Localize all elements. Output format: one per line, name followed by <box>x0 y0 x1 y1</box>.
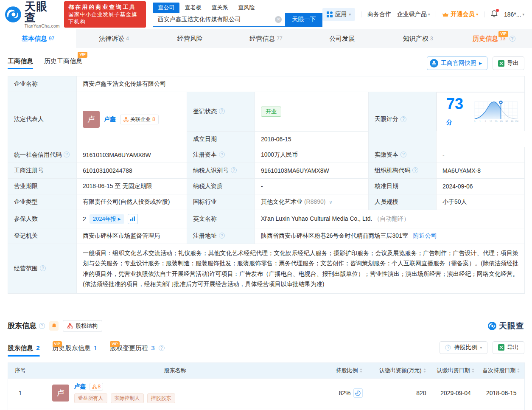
tab-history-info[interactable]: VIP 历史信息 13 ? <box>456 29 532 48</box>
help-icon[interactable]: ? <box>510 36 515 42</box>
tab-count: 77 <box>277 36 282 42</box>
col-subscribe-date[interactable]: 认缴出资日期 <box>433 362 479 378</box>
pie-chart-button[interactable] <box>353 388 363 398</box>
col-index: 序号 <box>8 362 33 378</box>
tyc-score-cell[interactable]: 73分 <box>437 92 525 131</box>
help-icon[interactable]: ? <box>219 108 225 114</box>
shareholders-export-button[interactable]: 导出 <box>493 341 524 354</box>
help-icon[interactable]: ? <box>40 265 46 271</box>
industry-value[interactable]: 其他文化艺术业 (R8890) ∨ <box>255 194 369 210</box>
svg-text:85: 85 <box>500 120 503 123</box>
company-type-label: 企业类型 <box>8 194 77 210</box>
clear-icon[interactable]: ✕ <box>275 16 282 23</box>
help-icon[interactable]: ? <box>400 152 406 157</box>
shareholder-avatar[interactable]: 卢 <box>52 385 69 402</box>
help-icon[interactable]: ? <box>39 323 45 329</box>
help-icon[interactable]: ? <box>219 152 225 157</box>
help-icon[interactable]: ? <box>64 152 70 157</box>
tab-basic-info[interactable]: 基本信息 97 <box>0 29 76 48</box>
equity-structure-button[interactable]: 股权结构 <box>63 320 102 332</box>
divider <box>361 11 361 17</box>
shareholders-subtab-current[interactable]: 股东信息 2 <box>8 344 40 357</box>
notifications-bell[interactable] <box>490 10 498 19</box>
tab-count: 97 <box>49 36 54 42</box>
search-tab-boss[interactable]: 查老板 <box>179 3 206 13</box>
shareholders-subtab-equity-changes[interactable]: VIP 股权变更历程 3 ? <box>110 344 165 357</box>
subtab-history-business-info[interactable]: VIP 历史工商信息 <box>44 57 82 69</box>
top-nav: 应用 ▾ 商务合作 企业级产品 ▾ 开通会员 ▾ 186*.. <box>322 8 524 21</box>
taxpayer-qual-value: - <box>255 178 369 194</box>
tianyancha-logo[interactable]: 天眼查 TianYanCha.com <box>4 1 60 28</box>
business-scope-label: 经营范围? <box>8 244 77 293</box>
nav-user-account[interactable]: 186*... ▾ <box>504 11 524 18</box>
sort-icon[interactable] <box>360 368 363 373</box>
tab-count: 4 <box>126 36 129 42</box>
annual-report-badge[interactable]: 2024年报 ▶ <box>90 214 124 224</box>
vip-badge: VIP <box>110 341 120 347</box>
related-label: 关联企业 <box>130 116 151 123</box>
subscribe-date-cell: 2029-09-04 <box>433 408 479 410</box>
industry-name: 其他文化艺术业 <box>261 198 302 205</box>
business-info-table: 企业名称 西安卢鑫玉浩文化传媒有限公司 法定代表人 卢 卢鑫 关联企业 8 <box>8 76 525 294</box>
shareholders-section: 股东信息 ? 股权结构 天眼查 <box>8 320 524 410</box>
shareholder-name-link[interactable]: 卢鑫 <box>74 383 86 390</box>
reg-number-value: 610103100244788 <box>77 163 187 178</box>
tab-operation-risk[interactable]: 经营风险 <box>152 29 228 48</box>
excel-icon <box>498 344 504 351</box>
col-first-hold-date[interactable]: 首次持股日期 <box>479 362 525 378</box>
nearby-companies-link[interactable]: 附近公司 <box>413 232 437 239</box>
search-input[interactable] <box>153 13 285 27</box>
search-tab-risk[interactable]: 查风险 <box>233 3 260 13</box>
search-tab-company[interactable]: 查公司 <box>153 3 179 13</box>
help-icon[interactable]: ? <box>400 116 406 122</box>
label-text: 登记状态 <box>193 108 217 115</box>
nav-business-cooperation[interactable]: 商务合作 <box>367 11 391 18</box>
export-button[interactable]: 导出 <box>493 56 524 70</box>
related-companies-badge[interactable]: 8 <box>90 383 104 390</box>
tab-company-development[interactable]: 公司发展 <box>304 29 380 48</box>
nav-enterprise-label: 企业级产品 <box>397 11 427 18</box>
nav-vip-upgrade[interactable]: 开通会员 ▾ <box>442 11 478 18</box>
svg-text:1: 1 <box>479 120 481 123</box>
tab-label: 知识产权 <box>403 35 428 43</box>
sort-icon[interactable] <box>517 368 520 373</box>
col-ratio[interactable]: 持股比例 <box>318 362 370 378</box>
tab-intellectual-property[interactable]: 知识产权 3 <box>380 29 456 48</box>
sort-icon[interactable] <box>423 368 426 373</box>
help-icon[interactable]: ? <box>231 167 237 173</box>
first-hold-date-cell: 2018-06-15 <box>479 378 525 408</box>
search-tab-relation[interactable]: 查关系 <box>206 3 233 13</box>
nav-enterprise-products[interactable]: 企业级产品 ▾ <box>397 11 430 18</box>
monitor-bell-button[interactable] <box>49 321 59 331</box>
snapshot-label: 工商官网快照 <box>441 59 476 67</box>
org-code-label: 组织机构代码? <box>369 163 437 178</box>
sort-icon[interactable] <box>472 368 475 373</box>
label-text: 注册地址 <box>193 232 217 239</box>
arrow-right-icon: ▶ <box>118 217 121 221</box>
related-count: 8 <box>152 116 155 122</box>
caret-down-icon: ▾ <box>476 12 478 17</box>
related-companies-badge[interactable]: 关联企业 8 <box>120 115 159 124</box>
nav-apps[interactable]: 应用 ▾ <box>322 8 355 21</box>
svg-text:97: 97 <box>506 120 508 123</box>
insured-count-cell: 2 2024年报 ▶ <box>77 210 187 228</box>
logo-domain: TianYanCha.com <box>25 24 60 28</box>
reg-address-label: 注册地址? <box>187 228 255 244</box>
tab-operation-info[interactable]: 经营信息 77 <box>228 29 304 48</box>
legal-rep-avatar[interactable]: 卢 <box>83 111 100 128</box>
ratio-filter-dropdown[interactable]: ? 持股比例 ▾ <box>440 341 487 354</box>
help-icon[interactable]: ? <box>219 233 225 239</box>
vip-badge: VIP <box>498 31 508 37</box>
tab-legal-proceedings[interactable]: 法律诉讼 4 <box>76 29 152 48</box>
chevron-down-icon[interactable]: ∨ <box>329 199 332 205</box>
trend-chart-button[interactable] <box>128 214 138 224</box>
help-icon[interactable]: ? <box>412 167 418 173</box>
search-button[interactable]: 天眼一下 <box>285 13 322 27</box>
row-index: 2 <box>8 408 33 410</box>
official-snapshot-button[interactable]: 工商官网快照 ▶ <box>427 56 487 70</box>
help-icon[interactable]: ? <box>159 345 165 351</box>
subtab-business-info[interactable]: 工商信息 <box>8 57 33 69</box>
shareholders-subtab-history[interactable]: VIP 历史股东信息 1 <box>53 344 98 357</box>
col-amount[interactable]: 认缴出资额(万元) <box>370 362 433 378</box>
legal-rep-link[interactable]: 卢鑫 <box>104 115 116 123</box>
